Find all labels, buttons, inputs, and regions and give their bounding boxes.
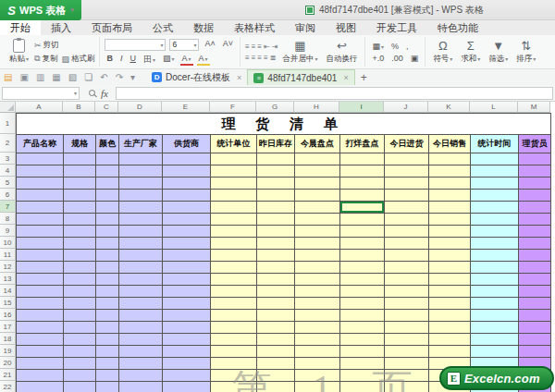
column-header-A[interactable]: A <box>16 102 63 113</box>
cell-A21[interactable] <box>17 370 64 382</box>
cell-F4[interactable] <box>211 165 257 178</box>
row-header-9[interactable]: 9 <box>0 225 16 237</box>
header-cell-G[interactable]: 昨日库存 <box>257 135 295 153</box>
cell-F9[interactable] <box>211 226 257 238</box>
menu-tab-页面布局[interactable]: 页面布局 <box>81 20 142 35</box>
cell-I19[interactable] <box>340 346 385 358</box>
cell-J17[interactable] <box>385 322 429 334</box>
cell-J5[interactable] <box>385 178 429 190</box>
cell-J4[interactable] <box>385 165 429 178</box>
cell-A5[interactable] <box>17 178 64 190</box>
cell-G10[interactable] <box>257 238 295 250</box>
header-cell-F[interactable]: 统计单位 <box>211 135 257 153</box>
cell-A3[interactable] <box>17 153 64 165</box>
cell-I6[interactable] <box>340 190 385 202</box>
cell-M9[interactable] <box>519 226 551 238</box>
cell-F7[interactable] <box>211 202 257 214</box>
cell-A22[interactable] <box>17 382 64 392</box>
cell-G5[interactable] <box>257 178 295 190</box>
cell-H19[interactable] <box>295 346 340 358</box>
cell-M5[interactable] <box>519 178 551 190</box>
cell-K6[interactable] <box>429 190 471 202</box>
row-header-18[interactable]: 18 <box>0 333 16 345</box>
cell-I13[interactable] <box>340 274 385 286</box>
cell-K4[interactable] <box>429 165 471 178</box>
cell-I10[interactable] <box>340 238 385 250</box>
name-box[interactable]: ▾ <box>2 87 80 100</box>
sheet-title-cell[interactable]: 理 货 清 单 <box>17 114 551 135</box>
new-document-tab-button[interactable]: + <box>355 71 373 84</box>
cell-J9[interactable] <box>385 226 429 238</box>
open-icon[interactable]: ▤ <box>0 72 16 82</box>
close-icon[interactable]: × <box>237 73 241 82</box>
cell-E10[interactable] <box>163 238 211 250</box>
cell-G17[interactable] <box>257 322 295 334</box>
cell-M7[interactable] <box>519 202 551 214</box>
cell-G15[interactable] <box>257 298 295 310</box>
cell-L6[interactable] <box>471 190 519 202</box>
cell-M4[interactable] <box>519 165 551 178</box>
cell-D10[interactable] <box>119 238 163 250</box>
fx-button[interactable]: fx <box>101 88 108 99</box>
cell-J3[interactable] <box>385 153 429 165</box>
more-icon[interactable]: ▾ <box>127 72 139 82</box>
cell-H17[interactable] <box>295 322 340 334</box>
header-cell-D[interactable]: 生产厂家 <box>119 135 163 153</box>
document-tab-docer[interactable]: DDocer-在线模板× <box>146 69 247 85</box>
cell-L10[interactable] <box>471 238 519 250</box>
cell-K10[interactable] <box>429 238 471 250</box>
cell-J20[interactable] <box>385 358 429 370</box>
grow-font-button[interactable]: A˄ <box>203 39 216 51</box>
cell-B19[interactable] <box>64 346 96 358</box>
new-icon[interactable]: ▥ <box>32 72 48 82</box>
header-cell-C[interactable]: 颜色 <box>96 135 119 153</box>
cell-C21[interactable] <box>96 370 119 382</box>
cell-I7[interactable] <box>340 202 385 214</box>
row-header-20[interactable]: 20 <box>0 357 16 369</box>
align-middle-icon[interactable]: ≡ <box>252 43 255 51</box>
comma-style-button[interactable]: , <box>404 42 411 51</box>
increase-decimal-button[interactable]: +.0 <box>370 54 386 63</box>
cell-E12[interactable] <box>163 262 211 274</box>
cell-E9[interactable] <box>163 226 211 238</box>
cell-L13[interactable] <box>471 274 519 286</box>
cell-M16[interactable] <box>519 310 551 322</box>
cell-F6[interactable] <box>211 190 257 202</box>
row-header-4[interactable]: 4 <box>0 165 16 177</box>
cell-D16[interactable] <box>119 310 163 322</box>
cell-K5[interactable] <box>429 178 471 190</box>
header-cell-A[interactable]: 产品名称 <box>17 135 64 153</box>
cell-F3[interactable] <box>211 153 257 165</box>
cell-C12[interactable] <box>96 262 119 274</box>
cell-E22[interactable] <box>163 382 211 392</box>
cell-E8[interactable] <box>163 214 211 226</box>
cell-C10[interactable] <box>96 238 119 250</box>
font-name-combobox[interactable]: ▾ <box>105 39 166 51</box>
cell-K19[interactable] <box>429 346 471 358</box>
cell-C14[interactable] <box>96 286 119 298</box>
cell-C11[interactable] <box>96 250 119 262</box>
cell-B12[interactable] <box>64 262 96 274</box>
cell-D5[interactable] <box>119 178 163 190</box>
cell-H6[interactable] <box>295 190 340 202</box>
row-header-12[interactable]: 12 <box>0 261 16 273</box>
header-cell-H[interactable]: 今晨盘点 <box>295 135 340 153</box>
cell-G13[interactable] <box>257 274 295 286</box>
cell-M14[interactable] <box>519 286 551 298</box>
menu-tab-视图[interactable]: 视图 <box>326 20 366 35</box>
column-header-J[interactable]: J <box>384 102 428 113</box>
cell-K11[interactable] <box>429 250 471 262</box>
cell-C18[interactable] <box>96 334 119 346</box>
cell-G9[interactable] <box>257 226 295 238</box>
cell-J10[interactable] <box>385 238 429 250</box>
filter-button[interactable]: ▼筛选▾ <box>486 40 511 65</box>
cell-D3[interactable] <box>119 153 163 165</box>
format-painter-button[interactable]: ▨ 格式刷 <box>61 54 94 65</box>
cell-C15[interactable] <box>96 298 119 310</box>
cell-A19[interactable] <box>17 346 64 358</box>
output-icon[interactable]: ❏ <box>80 72 96 82</box>
format-cells-button[interactable]: ▣ <box>409 54 421 63</box>
cell-A4[interactable] <box>17 165 64 178</box>
row-header-5[interactable]: 5 <box>0 177 16 189</box>
column-header-G[interactable]: G <box>256 102 294 113</box>
